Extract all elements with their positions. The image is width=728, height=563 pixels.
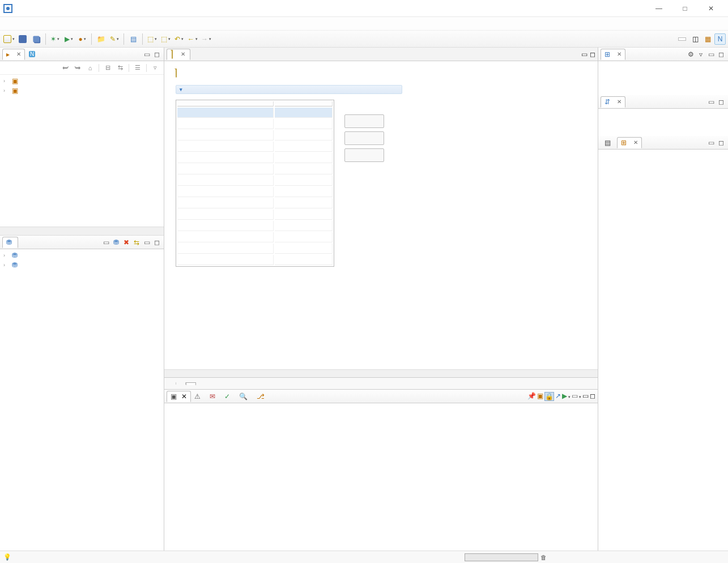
navigator-tree[interactable]: › ▣ › ▣ xyxy=(0,75,164,227)
menu-run[interactable] xyxy=(61,22,70,25)
maximize-view-button[interactable]: ◻ xyxy=(717,97,726,106)
server-btn-1[interactable]: ▭ xyxy=(101,238,110,247)
perspective-natural-button[interactable]: N xyxy=(714,33,726,45)
navigator-tab[interactable]: ▸ ✕ xyxy=(2,49,25,60)
menu-window[interactable] xyxy=(73,22,82,25)
close-icon[interactable]: ✕ xyxy=(16,51,21,57)
minimize-view-button[interactable]: ▭ xyxy=(142,238,151,247)
add-button[interactable] xyxy=(344,114,384,128)
menu-search[interactable] xyxy=(39,22,48,25)
back-button[interactable]: ← xyxy=(186,33,199,45)
local-menu-icon[interactable]: ▿ xyxy=(150,63,160,73)
table-row[interactable] xyxy=(177,142,333,152)
table-row[interactable] xyxy=(177,108,333,118)
console-tab[interactable]: ▣ ✕ xyxy=(167,391,191,402)
console-new-icon[interactable]: ▭ xyxy=(572,392,581,401)
table-row[interactable] xyxy=(177,164,333,174)
nav-next-annotation-button[interactable]: ⬚ xyxy=(159,33,172,45)
minimize-view-button[interactable]: ▭ xyxy=(706,138,716,147)
outline-setting-icon[interactable]: ⚙ xyxy=(686,50,695,59)
remove-button[interactable] xyxy=(344,131,384,145)
section-header[interactable] xyxy=(176,85,402,94)
server-btn-2[interactable]: ⛃ xyxy=(112,238,121,247)
maximize-view-button[interactable]: ◻ xyxy=(717,138,726,147)
minimize-view-button[interactable]: ▭ xyxy=(582,392,589,401)
quick-access-input[interactable] xyxy=(678,37,686,41)
maximize-view-button[interactable]: ◻ xyxy=(717,50,726,59)
lastmsg-tab[interactable]: ✉ xyxy=(206,391,221,402)
perspective-resource-button[interactable]: ▦ xyxy=(702,33,713,45)
nav-home-icon[interactable]: ⌂ xyxy=(85,63,95,73)
close-icon[interactable]: ✕ xyxy=(633,139,638,146)
gc-icon[interactable]: 🗑 xyxy=(540,554,547,561)
minimize-editor-button[interactable]: ▭ xyxy=(581,50,587,58)
close-icon[interactable]: ✕ xyxy=(617,99,621,105)
toggle-button[interactable]: ▤ xyxy=(127,33,139,45)
menu-project[interactable] xyxy=(50,22,59,25)
link-editor-icon[interactable]: ⇆ xyxy=(115,63,125,73)
save-button[interactable] xyxy=(16,33,29,45)
tree-item[interactable]: › ▣ xyxy=(1,86,163,95)
maximize-editor-button[interactable]: ◻ xyxy=(590,50,595,58)
table-row[interactable] xyxy=(177,187,333,197)
close-icon[interactable]: ✕ xyxy=(181,393,187,400)
minimize-view-button[interactable]: ▭ xyxy=(142,50,151,59)
search-button[interactable]: ✎ xyxy=(108,33,121,45)
table-row[interactable] xyxy=(177,198,333,208)
window-minimize-button[interactable]: — xyxy=(651,5,667,12)
filter-icon[interactable]: ☰ xyxy=(133,63,143,73)
properties-tab[interactable]: ▤ xyxy=(601,137,617,148)
natural-server-tab[interactable]: ⛃ xyxy=(2,237,18,248)
predict-tab[interactable]: ⊞ ✕ xyxy=(617,137,642,148)
last-edit-button[interactable]: ↶ xyxy=(173,33,185,45)
maximize-view-button[interactable]: ◻ xyxy=(152,50,161,59)
console-pin-icon[interactable]: 📌 xyxy=(527,392,536,401)
menu-navigate[interactable] xyxy=(27,22,36,25)
page-tab-extended-description[interactable] xyxy=(176,382,186,385)
memory-indicator[interactable]: 🗑 xyxy=(465,553,547,561)
outline-menu-icon[interactable]: ▿ xyxy=(696,50,705,59)
window-maximize-button[interactable]: □ xyxy=(677,5,693,12)
horizontal-scrollbar[interactable] xyxy=(0,227,164,236)
table-row[interactable] xyxy=(177,176,333,186)
editor-tab[interactable]: ✕ xyxy=(167,49,190,60)
outline-tab[interactable]: ⊞ ✕ xyxy=(601,49,625,60)
run-button[interactable]: ▶ xyxy=(62,33,75,45)
console-body[interactable] xyxy=(164,403,598,551)
tree-item[interactable]: › ⛃ xyxy=(1,250,163,260)
menu-help[interactable] xyxy=(84,22,93,25)
console-scroll-lock-icon[interactable]: 🔒 xyxy=(544,392,554,401)
table-row[interactable] xyxy=(177,255,333,265)
close-icon[interactable]: ✕ xyxy=(181,51,185,57)
console-clear-icon[interactable]: ↗ xyxy=(555,392,561,401)
minimize-view-button[interactable]: ▭ xyxy=(706,97,716,106)
tree-item[interactable]: › ⛃ xyxy=(1,260,163,270)
minimize-view-button[interactable]: ▭ xyxy=(706,50,716,59)
debug-button[interactable]: ✶ xyxy=(49,33,61,45)
forward-button[interactable]: → xyxy=(200,33,212,45)
tasks-tab[interactable]: ✓ xyxy=(221,391,236,402)
predict-tree[interactable] xyxy=(598,150,728,551)
editor-scrollbar[interactable] xyxy=(164,369,598,377)
table-row[interactable] xyxy=(177,221,333,231)
window-close-button[interactable]: ✕ xyxy=(703,5,719,12)
tree-item[interactable]: › ▣ xyxy=(1,76,163,86)
save-all-button[interactable] xyxy=(30,33,42,45)
col-object-type[interactable] xyxy=(275,101,333,106)
new-button[interactable] xyxy=(3,33,15,45)
table-row[interactable] xyxy=(177,130,333,140)
console-open-icon[interactable]: ▶ xyxy=(562,392,571,401)
natural-navigator-tab[interactable]: N xyxy=(25,49,41,59)
problems-tab[interactable]: ⚠ xyxy=(191,391,206,402)
open-perspective-button[interactable]: ◫ xyxy=(689,33,701,45)
server-btn-3[interactable]: ✖ xyxy=(122,238,131,247)
table-row[interactable] xyxy=(177,153,333,163)
table-row[interactable] xyxy=(177,119,333,129)
run-last-button[interactable]: ● xyxy=(76,33,88,45)
close-icon[interactable]: ✕ xyxy=(617,51,621,57)
console-display-icon[interactable]: ▣ xyxy=(537,392,543,401)
lightbulb-icon[interactable]: 💡 xyxy=(3,553,11,561)
nav-prev-annotation-button[interactable]: ⬚ xyxy=(146,33,158,45)
dependencies-tab[interactable]: ⇵ ✕ xyxy=(601,96,625,108)
maximize-view-button[interactable]: ◻ xyxy=(152,238,161,247)
